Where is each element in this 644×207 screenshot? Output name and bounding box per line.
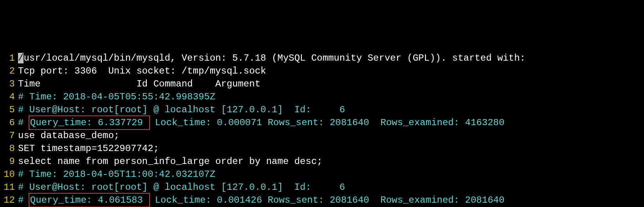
line-number: 9 [0,155,18,168]
line-number: 6 [0,116,18,129]
text-segment: SET timestamp=1522907742; [18,143,159,154]
line-content: # User@Host: root[root] @ localhost [127… [18,103,644,116]
text-segment: Query_time: 6.337729 [29,115,150,130]
text-segment: # Time: 2018-04-05T11:00:42.032107Z [18,169,215,180]
text-segment: # Time: 2018-04-05T05:55:42.998395Z [18,92,215,102]
line-number: 2 [0,65,18,77]
code-line: 8SET timestamp=1522907742; [0,142,644,155]
line-content: # Query_time: 6.337729 Lock_time: 0.0000… [18,116,644,129]
code-line: 12# Query_time: 4.061583 Lock_time: 0.00… [0,194,644,207]
line-number: 5 [0,103,18,116]
code-line: 2Tcp port: 3306 Unix socket: /tmp/mysql.… [0,65,644,77]
line-number: 3 [0,77,18,90]
code-line: 6# Query_time: 6.337729 Lock_time: 0.000… [0,116,644,129]
text-segment: Tcp port: 3306 Unix socket: /tmp/mysql.s… [18,66,266,76]
line-content: Tcp port: 3306 Unix socket: /tmp/mysql.s… [18,65,644,77]
line-number: 10 [0,168,18,181]
line-number: 7 [0,129,18,142]
line-content: use database_demo; [18,129,644,142]
text-segment: select name from person_info_large order… [18,156,323,167]
line-content: # Time: 2018-04-05T11:00:42.032107Z [18,168,644,181]
line-content: SET timestamp=1522907742; [18,142,644,155]
text-segment: # User@Host: root[root] @ localhost [127… [18,104,345,115]
code-line: 7use database_demo; [0,129,644,142]
line-content: # Time: 2018-04-05T05:55:42.998395Z [18,90,644,103]
line-number: 11 [0,181,18,194]
text-segment: Time Id Command Argument [18,79,260,89]
text-segment: use database_demo; [18,130,119,141]
line-content: # User@Host: root[root] @ localhost [127… [18,181,644,194]
line-content: /usr/local/mysql/bin/mysqld, Version: 5.… [18,52,644,65]
code-line: 11# User@Host: root[root] @ localhost [1… [0,181,644,194]
line-number: 12 [0,194,18,207]
text-segment: # User@Host: root[root] @ localhost [127… [18,182,345,193]
code-line: 4# Time: 2018-04-05T05:55:42.998395Z [0,90,644,103]
text-segment: Lock_time: 0.001426 Rows_sent: 2081640 R… [149,195,504,205]
line-number: 1 [0,52,18,65]
terminal-editor[interactable]: 1/usr/local/mysql/bin/mysqld, Version: 5… [0,52,644,207]
line-content: Time Id Command Argument [18,77,644,90]
line-content: select name from person_info_large order… [18,155,644,168]
line-number: 8 [0,142,18,155]
code-line: 10# Time: 2018-04-05T11:00:42.032107Z [0,168,644,181]
text-segment: Query_time: 4.061583 [29,193,150,207]
line-content: # Query_time: 4.061583 Lock_time: 0.0014… [18,194,644,207]
text-segment: # [18,117,29,128]
text-segment: / [18,53,23,63]
text-segment: usr/local/mysql/bin/mysqld, Version: 5.7… [23,53,525,63]
text-segment: # [18,195,29,205]
text-segment: Lock_time: 0.000071 Rows_sent: 2081640 R… [149,117,504,128]
code-line: 3Time Id Command Argument [0,77,644,90]
code-line: 5# User@Host: root[root] @ localhost [12… [0,103,644,116]
code-line: 1/usr/local/mysql/bin/mysqld, Version: 5… [0,52,644,65]
code-line: 9select name from person_info_large orde… [0,155,644,168]
line-number: 4 [0,90,18,103]
